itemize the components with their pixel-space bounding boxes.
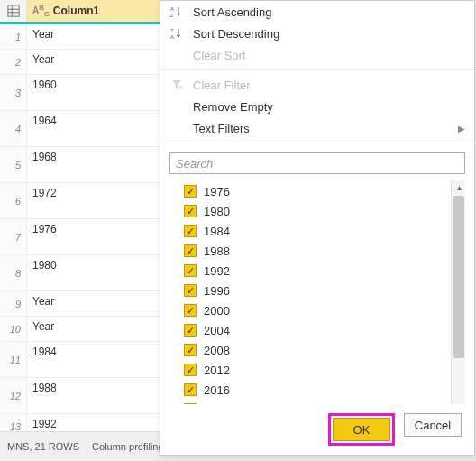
table-header: ABC Column1 (0, 0, 161, 24)
svg-text:Z: Z (170, 28, 174, 33)
row-index: 11 (0, 342, 27, 377)
row-value: Year (27, 291, 161, 316)
checkbox-icon[interactable] (184, 344, 197, 356)
checkbox-icon[interactable] (184, 324, 197, 337)
column-name: Column1 (53, 5, 99, 17)
data-table: ABC Column1 1Year2Year319604196451968619… (0, 0, 162, 431)
table-row[interactable]: 9Year (0, 291, 161, 317)
table-row[interactable]: 71976 (0, 219, 161, 255)
row-index: 1 (0, 24, 27, 49)
sort-descending[interactable]: ZA Sort Descending (160, 23, 474, 44)
checkbox-icon[interactable] (184, 364, 197, 376)
checkbox-icon[interactable] (184, 244, 197, 257)
filter-label: 1992 (204, 264, 230, 278)
filter-item[interactable]: 2008 (169, 340, 451, 360)
checkbox-icon[interactable] (184, 264, 197, 277)
svg-text:A: A (170, 6, 174, 12)
sort-asc-icon: AZ (169, 5, 184, 19)
blank-icon (169, 99, 184, 114)
row-index: 3 (0, 75, 27, 110)
filter-item[interactable]: 2020 (169, 400, 451, 404)
table-row[interactable]: 51968 (0, 147, 161, 183)
row-value: Year (27, 50, 161, 74)
row-index: 10 (0, 317, 27, 341)
svg-text:Z: Z (170, 13, 174, 18)
sort-ascending[interactable]: AZ Sort Ascending (160, 1, 474, 23)
row-value: 1960 (27, 75, 161, 110)
row-index: 6 (0, 183, 27, 218)
filter-label: 1988 (204, 244, 230, 258)
row-index: 5 (0, 147, 27, 182)
filter-label: 2016 (204, 383, 230, 397)
table-row[interactable]: 31960 (0, 75, 161, 111)
row-index: 4 (0, 111, 27, 146)
row-count: MNS, 21 ROWS (7, 441, 79, 452)
table-row[interactable]: 10Year (0, 317, 161, 342)
checkbox-icon[interactable] (184, 185, 197, 198)
checkbox-icon[interactable] (184, 403, 197, 404)
search-placeholder: Search (176, 157, 213, 171)
ok-button[interactable]: OK (333, 418, 390, 441)
row-value: Year (27, 317, 161, 341)
table-row[interactable]: 81980 (0, 255, 161, 291)
scrollbar[interactable]: ▴ ▾ (451, 180, 465, 404)
filter-item[interactable]: 2016 (169, 380, 451, 400)
cancel-button[interactable]: Cancel (404, 413, 462, 437)
filter-item[interactable]: 1988 (169, 241, 451, 261)
menu-label: Clear Filter (193, 78, 251, 92)
row-index: 8 (0, 255, 27, 290)
row-index: 7 (0, 219, 27, 254)
table-row[interactable]: 121988 (0, 378, 161, 414)
row-index: 9 (0, 291, 27, 316)
filter-label: 2008 (204, 344, 230, 357)
filter-item[interactable]: 1980 (169, 201, 451, 221)
text-filters[interactable]: Text Filters ▶ (160, 117, 474, 139)
filter-label: 1984 (204, 225, 230, 238)
button-row: OK Cancel (160, 404, 474, 455)
checkbox-icon[interactable] (184, 225, 197, 237)
row-index: 2 (0, 50, 27, 74)
row-value: 1980 (27, 255, 161, 290)
table-row[interactable]: 111984 (0, 342, 161, 378)
row-value: Year (27, 24, 161, 49)
checkbox-icon[interactable] (184, 383, 197, 396)
sort-desc-icon: ZA (169, 26, 184, 41)
filter-item[interactable]: 2012 (169, 360, 451, 380)
menu-label: Sort Ascending (193, 5, 271, 19)
clear-sort: Clear Sort (160, 44, 474, 66)
row-value: 1972 (27, 183, 161, 218)
filter-item[interactable]: 1996 (169, 281, 451, 300)
checkbox-icon[interactable] (184, 205, 197, 217)
blank-icon (169, 48, 184, 62)
row-value: 1976 (27, 219, 161, 254)
filter-item[interactable]: 1984 (169, 221, 451, 241)
search-input[interactable]: Search (169, 152, 465, 174)
filter-label: 2020 (204, 403, 230, 405)
row-index: 12 (0, 378, 27, 413)
scroll-thumb[interactable] (453, 196, 464, 358)
filter-item[interactable]: 1992 (169, 261, 451, 281)
remove-empty[interactable]: Remove Empty (160, 96, 474, 117)
table-row[interactable]: 2Year (0, 50, 161, 75)
filter-label: 2004 (204, 324, 230, 337)
table-icon[interactable] (0, 0, 27, 22)
column-header[interactable]: ABC Column1 (27, 0, 161, 22)
checkbox-icon[interactable] (184, 304, 197, 317)
filter-dropdown: AZ Sort Ascending ZA Sort Descending Cle… (160, 0, 475, 456)
scroll-up-icon[interactable]: ▴ (452, 180, 465, 194)
chevron-right-icon: ▶ (458, 124, 465, 134)
checkbox-icon[interactable] (184, 284, 197, 297)
menu-label: Text Filters (193, 122, 250, 135)
table-row[interactable]: 61972 (0, 183, 161, 219)
filter-item[interactable]: 2004 (169, 320, 451, 340)
table-row[interactable]: 1Year (0, 24, 161, 50)
blank-icon (169, 121, 184, 135)
filter-item[interactable]: 1976 (169, 181, 451, 201)
filter-label: 2012 (204, 364, 230, 377)
separator (160, 69, 474, 70)
filter-label: 2000 (204, 304, 230, 318)
table-row[interactable]: 41964 (0, 111, 161, 147)
type-icon: ABC (32, 4, 50, 18)
highlight-ok: OK (328, 413, 395, 446)
filter-item[interactable]: 2000 (169, 300, 451, 320)
